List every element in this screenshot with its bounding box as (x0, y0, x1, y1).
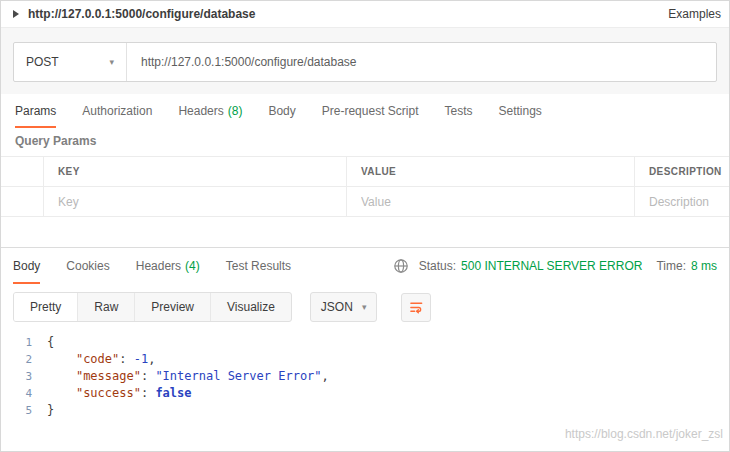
code-line: 2 "code": -1, (1, 351, 729, 368)
line-number: 1 (1, 334, 47, 351)
network-globe-icon[interactable] (393, 258, 409, 274)
wrap-text-button[interactable] (401, 293, 431, 322)
status-value: 500 INTERNAL SERVER ERROR (461, 259, 642, 273)
chevron-down-icon: ▾ (362, 302, 367, 312)
response-header: Body Cookies Headers (4) Test Results (1, 248, 729, 284)
line-number: 5 (1, 402, 47, 419)
chevron-down-icon: ▾ (109, 57, 114, 67)
tab-authorization-label: Authorization (82, 104, 152, 118)
query-params-header-row: KEY VALUE DESCRIPTION (1, 157, 729, 187)
param-key-input[interactable] (58, 195, 346, 209)
response-tab-headers[interactable]: Headers (4) (136, 248, 200, 284)
tab-pre-request-script[interactable]: Pre-request Script (322, 94, 419, 128)
request-url-section: POST ▾ (1, 28, 729, 94)
time-label: Time: (656, 259, 686, 273)
headers-count-badge: (8) (228, 104, 243, 118)
tab-body[interactable]: Body (268, 94, 295, 128)
line-number: 2 (1, 351, 47, 368)
param-value-input[interactable] (361, 195, 634, 209)
method-value: POST (26, 55, 59, 69)
tab-settings-label: Settings (499, 104, 542, 118)
request-tabs: Params Authorization Headers (8) Body Pr… (1, 94, 729, 128)
response-tab-body-label: Body (13, 259, 40, 273)
postman-window: http://127.0.0.1:5000/configure/database… (0, 0, 730, 452)
format-value: JSON (321, 300, 353, 314)
tab-params[interactable]: Params (15, 94, 56, 128)
code-line: 5} (1, 402, 729, 419)
view-mode-group: Pretty Raw Preview Visualize (13, 292, 292, 322)
wrap-text-icon (409, 300, 424, 315)
response-section: Body Cookies Headers (4) Test Results (1, 247, 729, 419)
response-body-toolbar: Pretty Raw Preview Visualize JSON ▾ (13, 292, 717, 322)
response-body-code[interactable]: 1{2 "code": -1,3 "message": "Internal Se… (1, 326, 729, 419)
row-handle-cell (1, 187, 43, 216)
tab-tests[interactable]: Tests (444, 94, 472, 128)
response-tabs: Body Cookies Headers (4) Test Results (13, 248, 317, 284)
collapse-caret-icon[interactable] (13, 10, 19, 18)
tab-body-label: Body (268, 104, 295, 118)
view-raw-button[interactable]: Raw (78, 293, 135, 321)
response-tab-test-results-label: Test Results (226, 259, 291, 273)
tab-authorization[interactable]: Authorization (82, 94, 152, 128)
url-input[interactable] (127, 43, 716, 81)
watermark: https://blog.csdn.net/joker_zsl (565, 427, 723, 441)
tab-pre-request-script-label: Pre-request Script (322, 104, 419, 118)
method-select[interactable]: POST ▾ (14, 43, 127, 81)
examples-button[interactable]: Examples (668, 7, 721, 21)
response-tab-headers-label: Headers (136, 259, 181, 273)
view-pretty-button[interactable]: Pretty (14, 293, 78, 321)
tab-headers-label: Headers (178, 104, 223, 118)
response-tab-body[interactable]: Body (13, 248, 40, 284)
code-line: 4 "success": false (1, 385, 729, 402)
request-title-bar: http://127.0.0.1:5000/configure/database… (1, 1, 729, 28)
tab-headers[interactable]: Headers (8) (178, 94, 242, 128)
response-meta: Status: 500 INTERNAL SERVER ERROR Time: … (393, 258, 717, 274)
view-preview-button[interactable]: Preview (135, 293, 211, 321)
response-tab-cookies-label: Cookies (66, 259, 109, 273)
response-tab-cookies[interactable]: Cookies (66, 248, 109, 284)
line-number: 4 (1, 385, 47, 402)
request-title: http://127.0.0.1:5000/configure/database (28, 7, 255, 21)
line-number: 3 (1, 368, 47, 385)
tab-tests-label: Tests (444, 104, 472, 118)
view-visualize-button[interactable]: Visualize (211, 293, 291, 321)
query-params-empty-row (1, 187, 729, 217)
tab-settings[interactable]: Settings (499, 94, 542, 128)
response-headers-count-badge: (4) (185, 259, 200, 273)
query-params-label: Query Params (1, 128, 729, 156)
param-description-input[interactable] (649, 195, 729, 209)
code-line: 1{ (1, 334, 729, 351)
tab-params-label: Params (15, 104, 56, 118)
time-value: 8 ms (691, 259, 717, 273)
column-header-description: DESCRIPTION (634, 157, 729, 186)
response-tab-test-results[interactable]: Test Results (226, 248, 291, 284)
column-header-key: KEY (43, 157, 346, 186)
status-label: Status: (419, 259, 456, 273)
format-select[interactable]: JSON ▾ (310, 292, 378, 322)
column-header-value: VALUE (346, 157, 634, 186)
query-params-table: KEY VALUE DESCRIPTION (1, 156, 729, 217)
url-control: POST ▾ (13, 42, 717, 82)
row-handle-cell (1, 157, 43, 186)
code-line: 3 "message": "Internal Server Error", (1, 368, 729, 385)
